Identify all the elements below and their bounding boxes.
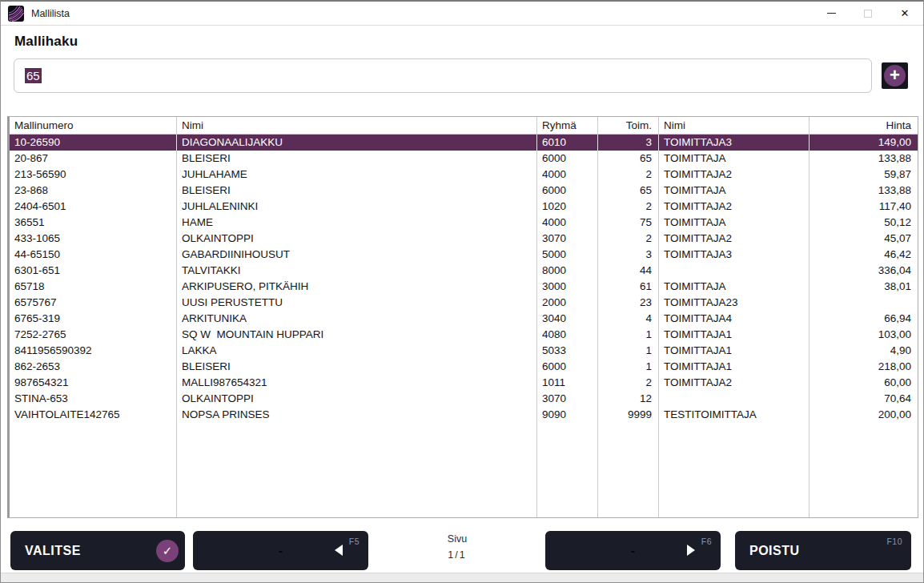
window-title: Mallilista [31, 8, 70, 19]
table-cell: 12 [598, 391, 659, 407]
table-cell: 3040 [537, 311, 598, 327]
table-cell: 862-2653 [10, 359, 177, 375]
exit-button[interactable]: POISTU F10 [735, 531, 911, 570]
table-cell [659, 391, 810, 407]
table-row[interactable]: VAIHTOLAITE142765NOPSA PRINSES90909999TE… [10, 407, 918, 423]
table-cell: 5000 [537, 247, 598, 263]
table-cell: 1011 [537, 375, 598, 391]
table-cell: 149,00 [810, 135, 918, 151]
triangle-right-icon [687, 545, 695, 556]
table-row[interactable]: 862-2653BLEISERI60001TOIMITTAJA1218,00 [10, 359, 918, 375]
table-cell: ARKITUNIKA [177, 311, 537, 327]
table-cell: 59,87 [810, 167, 918, 183]
table-row[interactable]: 20-867BLEISERI600065TOIMITTAJA133,88 [10, 151, 918, 167]
table-cell: 4000 [537, 167, 598, 183]
table-cell: 2 [598, 167, 659, 183]
f10-shortcut-label: F10 [886, 537, 902, 546]
table-row[interactable]: 8411956590392LAKKA50331TOIMITTAJA14,90 [10, 343, 918, 359]
column-header: Mallinumero [10, 117, 177, 134]
table-filler-cell [659, 423, 810, 517]
f6-shortcut-label: F6 [701, 537, 712, 546]
window-bottom-strip [1, 573, 923, 583]
results-table: MallinumeroNimiRyhmäToim.NimiHinta10-265… [7, 116, 918, 518]
table-cell: STINA-653 [10, 391, 177, 407]
table-cell: 44-65150 [10, 247, 177, 263]
table-cell: JUHLAHAME [177, 167, 537, 183]
close-button[interactable]: ✕ [886, 2, 923, 25]
table-cell: TOIMITTAJA3 [659, 135, 810, 151]
table-cell: 4,90 [810, 343, 918, 359]
titlebar: Mallilista ✕ [1, 2, 923, 25]
maximize-icon [864, 10, 872, 18]
table-cell [659, 263, 810, 279]
table-row[interactable]: 44-65150GABARDIINIHOUSUT50003TOIMITTAJA3… [10, 247, 918, 263]
maximize-button[interactable] [850, 2, 886, 25]
table-cell: 65 [598, 183, 659, 199]
table-row[interactable]: 7252-2765SQ W MOUNTAIN HUPPARI40801TOIMI… [10, 327, 918, 343]
table-cell: TOIMITTAJA [659, 279, 810, 295]
table-cell: 200,00 [810, 407, 918, 423]
table-cell: 213-56590 [10, 167, 177, 183]
table-filler-cell [598, 423, 659, 517]
table-cell: BLEISERI [177, 151, 537, 167]
window-controls: ✕ [813, 2, 923, 25]
table-row[interactable]: 6575767UUSI PERUSTETTU200023TOIMITTAJA23 [10, 295, 918, 311]
table-cell: NOPSA PRINSES [177, 407, 537, 423]
table-cell: 66,94 [810, 311, 918, 327]
table-cell: DIAGONAALIJAKKU [177, 135, 537, 151]
table-cell: BLEISERI [177, 183, 537, 199]
table-row[interactable]: 36551HAME400075TOIMITTAJA50,12 [10, 215, 918, 231]
table-cell: 3 [598, 135, 659, 151]
table-row[interactable]: 6765-319ARKITUNIKA30404TOIMITTAJA466,94 [10, 311, 918, 327]
next-page-button[interactable]: - F6 [545, 531, 721, 570]
table-cell: 3070 [537, 231, 598, 247]
table-row[interactable]: 213-56590JUHLAHAME40002TOIMITTAJA259,87 [10, 167, 918, 183]
table-cell: 50,12 [810, 215, 918, 231]
column-header: Toim. [598, 117, 659, 134]
check-icon: ✓ [156, 540, 179, 562]
table-filler-cell [810, 423, 918, 517]
select-button[interactable]: VALITSE ✓ [10, 531, 185, 570]
minimize-button[interactable] [813, 2, 850, 25]
table-cell: 9999 [598, 407, 659, 423]
close-icon: ✕ [901, 8, 910, 18]
table-cell: TOIMITTAJA4 [659, 311, 810, 327]
table-cell: 133,88 [810, 183, 918, 199]
table-cell: 46,42 [810, 247, 918, 263]
table-row[interactable]: 65718ARKIPUSERO, PITKÄHIH300061TOIMITTAJ… [10, 279, 918, 295]
table-row[interactable]: 10-26590DIAGONAALIJAKKU60103TOIMITTAJA31… [10, 135, 918, 151]
page-indicator-value: 1/1 [369, 549, 545, 561]
previous-page-button[interactable]: - F5 [193, 531, 368, 570]
table-cell: 8411956590392 [10, 343, 177, 359]
table-cell: 6575767 [10, 295, 177, 311]
table-cell: 1 [598, 327, 659, 343]
table-row[interactable]: 2404-6501JUHLALENINKI10202TOIMITTAJA2117… [10, 199, 918, 215]
page-title: Mallihaku [14, 34, 78, 50]
table-cell: 6000 [537, 359, 598, 375]
table-row[interactable]: 6301-651TALVITAKKI800044336,04 [10, 263, 918, 279]
table-cell: 23 [598, 295, 659, 311]
table-cell: TOIMITTAJA3 [659, 247, 810, 263]
search-input[interactable]: 65 [14, 58, 872, 93]
table-cell: 5033 [537, 343, 598, 359]
table-row[interactable]: 433-1065OLKAINTOPPI30702TOIMITTAJA245,07 [10, 231, 918, 247]
table-cell: 61 [598, 279, 659, 295]
table-cell: TOIMITTAJA1 [659, 359, 810, 375]
table-cell: TOIMITTAJA [659, 151, 810, 167]
table-cell: LAKKA [177, 343, 537, 359]
table-cell: TOIMITTAJA2 [659, 231, 810, 247]
add-button[interactable]: + [882, 62, 908, 89]
table-row[interactable]: 987654321MALLI98765432110112TOIMITTAJA26… [10, 375, 918, 391]
table-cell: 75 [598, 215, 659, 231]
table-cell: TOIMITTAJA1 [659, 343, 810, 359]
table-cell: UUSI PERUSTETTU [177, 295, 537, 311]
table-cell: TOIMITTAJA23 [659, 295, 810, 311]
table-cell: 6010 [537, 135, 598, 151]
table-cell: 10-26590 [10, 135, 177, 151]
table-row[interactable]: STINA-653OLKAINTOPPI30701270,64 [10, 391, 918, 407]
table-row[interactable]: 23-868BLEISERI600065TOIMITTAJA133,88 [10, 183, 918, 199]
table-cell: 133,88 [810, 151, 918, 167]
table-cell: 1 [598, 359, 659, 375]
table-cell [810, 295, 918, 311]
table-cell: 3000 [537, 279, 598, 295]
